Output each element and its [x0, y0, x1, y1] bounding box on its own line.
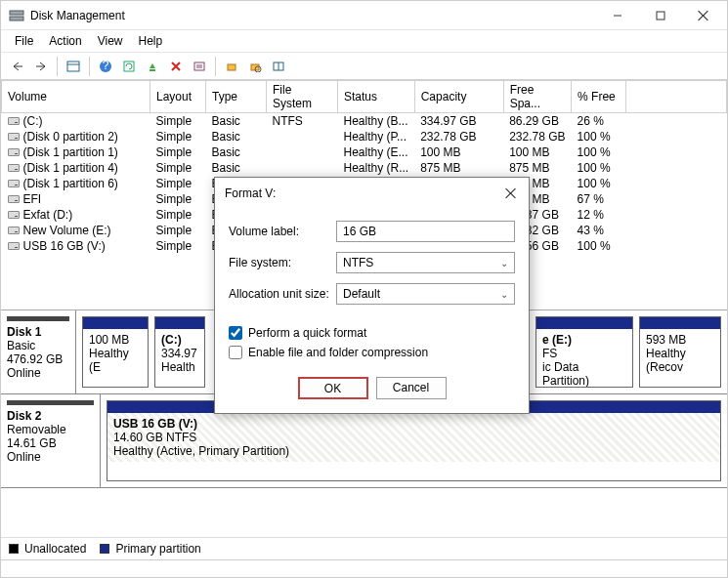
svg-rect-1	[10, 17, 23, 21]
drive-icon	[8, 227, 20, 234]
quick-format-checkbox[interactable]	[229, 326, 242, 340]
disk2-label: Disk 2	[7, 409, 41, 423]
svg-rect-13	[228, 64, 236, 70]
view-button[interactable]	[63, 56, 84, 77]
allocation-size-label: Allocation unit size:	[229, 287, 336, 301]
table-row[interactable]: (Disk 1 partition 1)SimpleBasicHealthy (…	[2, 144, 727, 160]
drive-icon	[8, 164, 20, 172]
drive-icon	[8, 148, 20, 156]
app-icon	[9, 8, 24, 23]
format-dialog: Format V: Volume label: File system: NTF…	[214, 177, 530, 414]
window-title: Disk Management	[30, 9, 596, 22]
action2-icon[interactable]	[244, 56, 266, 77]
maximize-button[interactable]	[639, 2, 682, 29]
disk1-partition[interactable]: e (E:)FSic Data Partition)	[535, 316, 633, 388]
drive-icon	[8, 242, 20, 250]
svg-rect-0	[10, 11, 23, 15]
col-header[interactable]: Free Spa...	[503, 81, 571, 113]
file-system-select[interactable]: NTFS ⌄	[336, 252, 515, 273]
drive-icon	[8, 117, 20, 125]
action3-icon[interactable]	[268, 56, 289, 77]
menubar: File Action View Help	[1, 30, 727, 53]
disk1-partition[interactable]: (C:)334.97Health	[154, 316, 205, 388]
volume-label-label: Volume label:	[229, 225, 336, 238]
action1-icon[interactable]	[221, 56, 242, 77]
col-header[interactable]: Type	[206, 81, 267, 113]
delete-icon[interactable]	[165, 56, 187, 77]
svg-rect-3	[657, 12, 664, 20]
compression-label[interactable]: Enable file and folder compression	[248, 346, 428, 359]
table-row[interactable]: (C:)SimpleBasicNTFSHealthy (B...334.97 G…	[2, 113, 727, 130]
menu-help[interactable]: Help	[133, 32, 169, 50]
dialog-title: Format V:	[225, 186, 503, 200]
col-header[interactable]: % Free	[572, 81, 626, 113]
titlebar: Disk Management	[1, 1, 727, 30]
dialog-close-button[interactable]	[503, 186, 519, 201]
volume-label-input[interactable]	[336, 221, 515, 242]
allocation-size-select[interactable]: Default ⌄	[336, 283, 515, 305]
disk2-side: Disk 2 Removable 14.61 GB Online	[1, 394, 101, 487]
quick-format-label[interactable]: Perform a quick format	[248, 326, 366, 340]
file-system-label: File system:	[229, 256, 336, 269]
legend: Unallocated Primary partition	[1, 537, 727, 559]
refresh-button[interactable]	[118, 56, 140, 77]
properties-icon[interactable]	[189, 56, 210, 77]
forward-button[interactable]	[30, 56, 52, 77]
close-button[interactable]	[682, 2, 725, 29]
menu-view[interactable]: View	[92, 32, 129, 50]
compression-checkbox[interactable]	[229, 346, 242, 359]
drive-icon	[8, 133, 20, 141]
disk1-partition[interactable]: 100 MBHealthy (E	[82, 316, 149, 388]
table-row[interactable]: (Disk 0 partition 2)SimpleBasicHealthy (…	[2, 129, 727, 144]
chevron-down-icon: ⌄	[500, 258, 508, 268]
svg-rect-9	[150, 69, 155, 71]
help-button[interactable]: ?	[95, 56, 116, 77]
statusbar	[1, 559, 727, 577]
cancel-button[interactable]: Cancel	[376, 377, 447, 399]
eject-icon[interactable]	[142, 56, 163, 77]
disk1-label: Disk 1	[7, 325, 41, 339]
svg-rect-10	[194, 62, 204, 70]
col-header[interactable]: Status	[338, 81, 415, 113]
chevron-down-icon: ⌄	[500, 289, 508, 300]
disk1-side: Disk 1 Basic 476.92 GB Online	[1, 310, 76, 393]
toolbar: ?	[1, 53, 727, 80]
col-header[interactable]: Volume	[2, 81, 150, 113]
col-header[interactable]: Capacity	[414, 81, 503, 113]
col-header[interactable]: File System	[267, 81, 338, 113]
table-row[interactable]: (Disk 1 partition 4)SimpleBasicHealthy (…	[2, 160, 727, 176]
back-button[interactable]	[7, 56, 28, 77]
svg-rect-4	[67, 62, 79, 71]
drive-icon	[8, 195, 20, 203]
ok-button[interactable]: OK	[298, 377, 368, 399]
col-header[interactable]: Layout	[150, 81, 206, 113]
menu-action[interactable]: Action	[43, 32, 87, 50]
minimize-button[interactable]	[596, 2, 639, 29]
drive-icon	[8, 211, 20, 219]
disk1-partition[interactable]: 593 MBHealthy (Recov	[639, 316, 721, 388]
drive-icon	[8, 180, 20, 187]
svg-text:?: ?	[103, 60, 109, 72]
menu-file[interactable]: File	[9, 32, 39, 50]
